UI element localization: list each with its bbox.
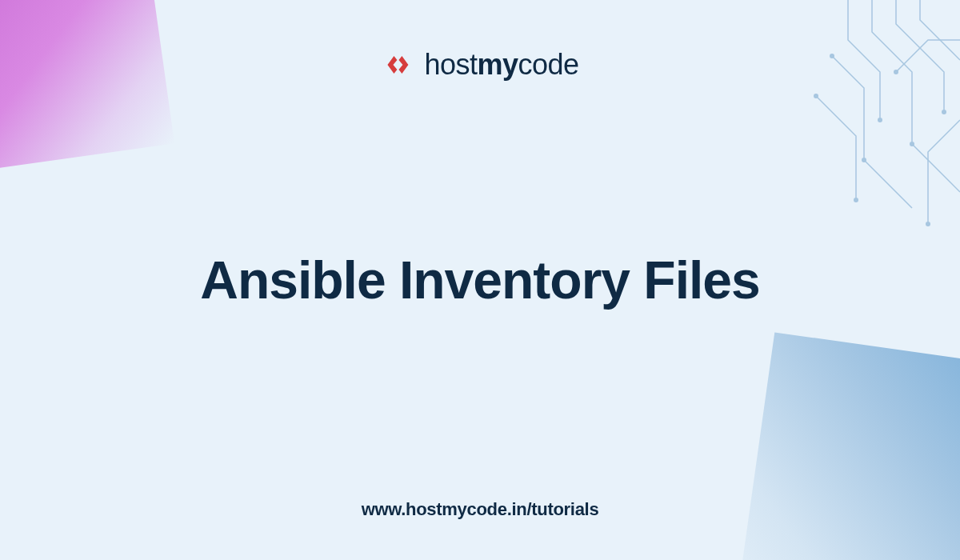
brand-logo: hostmycode [381, 48, 578, 82]
svg-point-2 [942, 110, 946, 114]
svg-point-4 [854, 198, 858, 202]
svg-point-5 [894, 70, 898, 74]
svg-point-3 [862, 158, 866, 162]
svg-point-0 [878, 118, 882, 122]
svg-point-7 [830, 54, 834, 58]
footer-url: www.hostmycode.in/tutorials [362, 499, 599, 520]
brand-wordmark: hostmycode [424, 48, 578, 82]
logo-bold: my [477, 48, 518, 81]
svg-point-6 [926, 222, 930, 226]
decorative-magenta-corner [0, 0, 174, 174]
logo-suffix: code [518, 48, 579, 81]
logo-prefix: host [424, 48, 477, 81]
svg-point-1 [910, 142, 914, 146]
decorative-circuit-lines [784, 0, 960, 272]
decorative-blue-corner [732, 332, 960, 560]
double-arrow-logo-icon [381, 48, 414, 82]
svg-point-8 [814, 94, 818, 98]
page-title: Ansible Inventory Files [200, 250, 760, 310]
